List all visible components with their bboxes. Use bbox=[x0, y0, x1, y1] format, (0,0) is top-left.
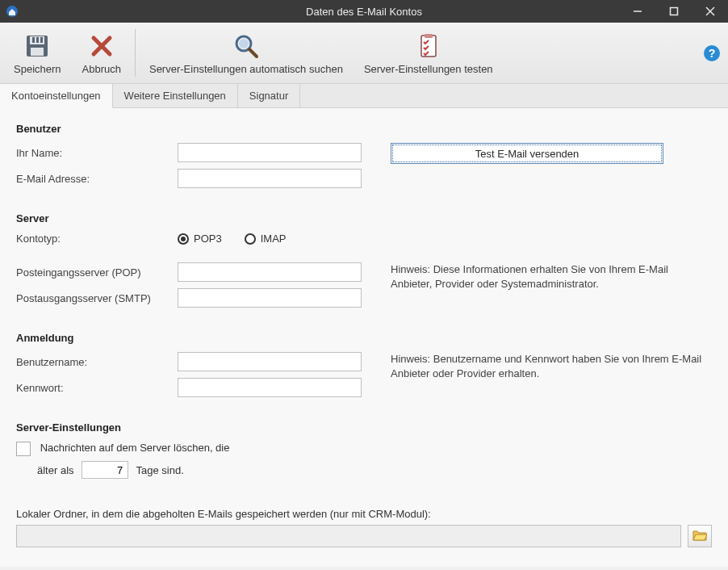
days-old-field[interactable] bbox=[82, 461, 128, 479]
radio-pop3-label: POP3 bbox=[194, 233, 222, 245]
toolbar-separator bbox=[135, 29, 136, 77]
account-type-radiogroup: POP3 IMAP bbox=[178, 233, 286, 245]
label-password: Kennwort: bbox=[16, 382, 178, 394]
svg-rect-2 bbox=[670, 8, 677, 15]
auto-detect-button[interactable]: Server-Einstellungen automatisch suchen bbox=[139, 23, 354, 83]
cancel-button[interactable]: Abbruch bbox=[72, 23, 132, 83]
password-field[interactable] bbox=[178, 378, 362, 397]
section-server-settings: Server-Einstellungen bbox=[16, 421, 712, 434]
username-field[interactable] bbox=[178, 352, 362, 371]
label-local-folder: Lokaler Ordner, in dem die abgeholten E-… bbox=[16, 508, 712, 520]
svg-rect-8 bbox=[32, 37, 35, 43]
radio-pop3[interactable]: POP3 bbox=[178, 233, 222, 245]
server-hint: Hinweis: Diese Informationen erhalten Si… bbox=[391, 262, 712, 291]
toolbar: Speichern Abbruch Server-Einstellungen a… bbox=[0, 23, 728, 84]
section-user: Benutzer bbox=[16, 123, 712, 135]
radio-dot-icon bbox=[178, 233, 189, 245]
svg-rect-7 bbox=[31, 48, 44, 56]
outgoing-server-field[interactable] bbox=[178, 288, 362, 308]
svg-rect-10 bbox=[40, 37, 43, 43]
test-server-button[interactable]: Server-Einstellungen testen bbox=[354, 23, 504, 83]
browse-folder-button[interactable] bbox=[688, 525, 712, 547]
label-username: Benutzername: bbox=[16, 356, 178, 368]
auto-detect-label: Server-Einstellungen automatisch suchen bbox=[149, 63, 343, 75]
tabstrip: Kontoeinstellungen Weitere Einstellungen… bbox=[0, 84, 728, 108]
label-incoming-server: Posteingangsserver (POP) bbox=[16, 266, 178, 279]
login-hint: Hinweis: Benutzername und Kennwort haben… bbox=[391, 352, 712, 381]
send-test-email-button[interactable]: Test E-Mail versenden bbox=[391, 143, 663, 164]
delete-on-server-text-pre: Nachrichten auf dem Server löschen, die bbox=[40, 442, 230, 454]
checklist-icon bbox=[415, 32, 442, 60]
svg-rect-9 bbox=[36, 37, 39, 43]
svg-rect-17 bbox=[425, 34, 433, 38]
cancel-label: Abbruch bbox=[82, 63, 121, 75]
svg-line-15 bbox=[249, 49, 257, 57]
section-server: Server bbox=[16, 212, 712, 224]
incoming-server-field[interactable] bbox=[178, 262, 362, 282]
radio-imap[interactable]: IMAP bbox=[245, 233, 287, 245]
label-outgoing-server: Postausgangsserver (SMTP) bbox=[16, 292, 178, 304]
label-email: E-Mail Adresse: bbox=[16, 173, 178, 185]
save-button[interactable]: Speichern bbox=[3, 23, 72, 83]
search-icon bbox=[232, 32, 260, 60]
email-field[interactable] bbox=[178, 169, 362, 188]
tab-panel-account: Benutzer Ihr Name: E-Mail Adresse: Test … bbox=[0, 108, 728, 567]
save-icon bbox=[23, 32, 51, 60]
titlebar: Daten des E-Mail Kontos bbox=[0, 0, 728, 23]
svg-point-14 bbox=[239, 39, 249, 48]
cancel-icon bbox=[88, 32, 115, 60]
window-controls bbox=[619, 0, 728, 23]
tab-more-settings[interactable]: Weitere Einstellungen bbox=[113, 84, 238, 107]
delete-on-server-text-mid: älter als bbox=[37, 464, 74, 476]
label-your-name: Ihr Name: bbox=[16, 147, 178, 159]
radio-dot-icon bbox=[245, 233, 256, 245]
tab-account-settings[interactable]: Kontoeinstellungen bbox=[0, 84, 113, 108]
section-login: Anmeldung bbox=[16, 332, 712, 344]
folder-icon bbox=[692, 529, 707, 544]
tab-signature[interactable]: Signatur bbox=[238, 84, 300, 107]
minimize-button[interactable] bbox=[619, 0, 655, 23]
radio-imap-label: IMAP bbox=[261, 233, 287, 245]
local-folder-field[interactable] bbox=[16, 525, 681, 547]
your-name-field[interactable] bbox=[178, 143, 362, 162]
close-button[interactable] bbox=[692, 0, 728, 23]
delete-on-server-text-post: Tage sind. bbox=[136, 464, 184, 476]
test-server-label: Server-Einstellungen testen bbox=[364, 63, 493, 75]
delete-on-server-checkbox[interactable] bbox=[16, 442, 31, 456]
maximize-button[interactable] bbox=[655, 0, 692, 23]
label-account-type: Kontotyp: bbox=[16, 233, 178, 245]
save-label: Speichern bbox=[14, 63, 61, 75]
help-icon[interactable]: ? bbox=[704, 45, 720, 61]
